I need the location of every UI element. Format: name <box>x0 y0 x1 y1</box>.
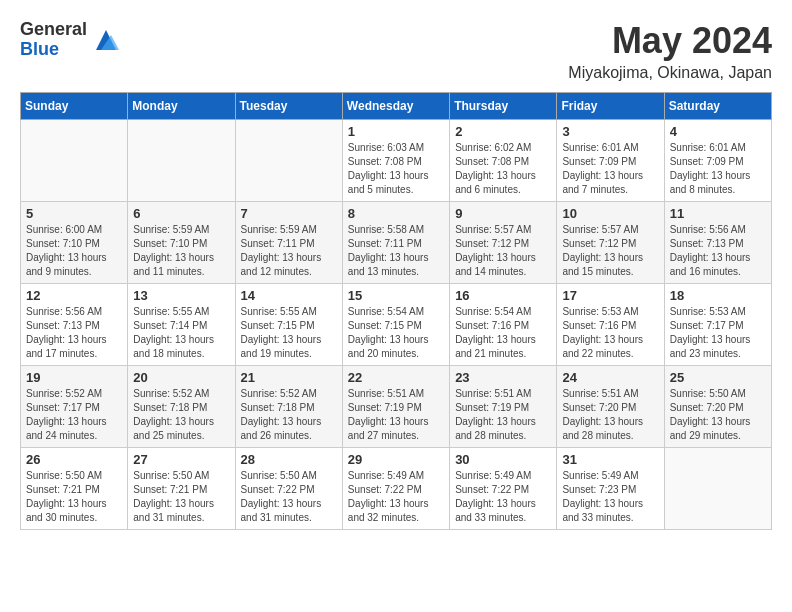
day-info: Sunrise: 5:54 AM Sunset: 7:15 PM Dayligh… <box>348 305 444 361</box>
day-info: Sunrise: 5:52 AM Sunset: 7:18 PM Dayligh… <box>133 387 229 443</box>
calendar-cell: 20Sunrise: 5:52 AM Sunset: 7:18 PM Dayli… <box>128 366 235 448</box>
calendar-week-row: 1Sunrise: 6:03 AM Sunset: 7:08 PM Daylig… <box>21 120 772 202</box>
day-info: Sunrise: 5:50 AM Sunset: 7:20 PM Dayligh… <box>670 387 766 443</box>
calendar-cell: 15Sunrise: 5:54 AM Sunset: 7:15 PM Dayli… <box>342 284 449 366</box>
header-row: SundayMondayTuesdayWednesdayThursdayFrid… <box>21 93 772 120</box>
day-info: Sunrise: 5:56 AM Sunset: 7:13 PM Dayligh… <box>26 305 122 361</box>
day-info: Sunrise: 5:54 AM Sunset: 7:16 PM Dayligh… <box>455 305 551 361</box>
day-info: Sunrise: 6:01 AM Sunset: 7:09 PM Dayligh… <box>562 141 658 197</box>
day-info: Sunrise: 5:51 AM Sunset: 7:19 PM Dayligh… <box>455 387 551 443</box>
day-info: Sunrise: 5:57 AM Sunset: 7:12 PM Dayligh… <box>455 223 551 279</box>
calendar-week-row: 26Sunrise: 5:50 AM Sunset: 7:21 PM Dayli… <box>21 448 772 530</box>
day-number: 1 <box>348 124 444 139</box>
calendar-cell: 8Sunrise: 5:58 AM Sunset: 7:11 PM Daylig… <box>342 202 449 284</box>
calendar-cell: 23Sunrise: 5:51 AM Sunset: 7:19 PM Dayli… <box>450 366 557 448</box>
day-info: Sunrise: 5:56 AM Sunset: 7:13 PM Dayligh… <box>670 223 766 279</box>
calendar-cell: 1Sunrise: 6:03 AM Sunset: 7:08 PM Daylig… <box>342 120 449 202</box>
day-info: Sunrise: 5:53 AM Sunset: 7:17 PM Dayligh… <box>670 305 766 361</box>
day-number: 31 <box>562 452 658 467</box>
calendar-cell: 16Sunrise: 5:54 AM Sunset: 7:16 PM Dayli… <box>450 284 557 366</box>
day-info: Sunrise: 5:58 AM Sunset: 7:11 PM Dayligh… <box>348 223 444 279</box>
day-number: 3 <box>562 124 658 139</box>
day-number: 16 <box>455 288 551 303</box>
calendar-cell: 7Sunrise: 5:59 AM Sunset: 7:11 PM Daylig… <box>235 202 342 284</box>
day-number: 18 <box>670 288 766 303</box>
day-number: 23 <box>455 370 551 385</box>
calendar-cell: 13Sunrise: 5:55 AM Sunset: 7:14 PM Dayli… <box>128 284 235 366</box>
day-info: Sunrise: 6:02 AM Sunset: 7:08 PM Dayligh… <box>455 141 551 197</box>
calendar-cell: 12Sunrise: 5:56 AM Sunset: 7:13 PM Dayli… <box>21 284 128 366</box>
calendar-cell: 24Sunrise: 5:51 AM Sunset: 7:20 PM Dayli… <box>557 366 664 448</box>
calendar-cell: 30Sunrise: 5:49 AM Sunset: 7:22 PM Dayli… <box>450 448 557 530</box>
logo-blue: Blue <box>20 40 87 60</box>
day-of-week-header: Saturday <box>664 93 771 120</box>
day-info: Sunrise: 5:52 AM Sunset: 7:17 PM Dayligh… <box>26 387 122 443</box>
day-number: 24 <box>562 370 658 385</box>
calendar-cell: 17Sunrise: 5:53 AM Sunset: 7:16 PM Dayli… <box>557 284 664 366</box>
day-number: 26 <box>26 452 122 467</box>
day-of-week-header: Sunday <box>21 93 128 120</box>
day-info: Sunrise: 6:03 AM Sunset: 7:08 PM Dayligh… <box>348 141 444 197</box>
logo-general: General <box>20 20 87 40</box>
month-year: May 2024 <box>568 20 772 62</box>
calendar-cell: 6Sunrise: 5:59 AM Sunset: 7:10 PM Daylig… <box>128 202 235 284</box>
day-number: 17 <box>562 288 658 303</box>
day-info: Sunrise: 5:53 AM Sunset: 7:16 PM Dayligh… <box>562 305 658 361</box>
day-of-week-header: Tuesday <box>235 93 342 120</box>
day-number: 19 <box>26 370 122 385</box>
day-info: Sunrise: 5:55 AM Sunset: 7:15 PM Dayligh… <box>241 305 337 361</box>
day-number: 14 <box>241 288 337 303</box>
calendar-cell: 19Sunrise: 5:52 AM Sunset: 7:17 PM Dayli… <box>21 366 128 448</box>
calendar-cell: 4Sunrise: 6:01 AM Sunset: 7:09 PM Daylig… <box>664 120 771 202</box>
calendar-cell: 28Sunrise: 5:50 AM Sunset: 7:22 PM Dayli… <box>235 448 342 530</box>
calendar-cell: 31Sunrise: 5:49 AM Sunset: 7:23 PM Dayli… <box>557 448 664 530</box>
day-info: Sunrise: 5:51 AM Sunset: 7:20 PM Dayligh… <box>562 387 658 443</box>
calendar-cell: 25Sunrise: 5:50 AM Sunset: 7:20 PM Dayli… <box>664 366 771 448</box>
day-of-week-header: Monday <box>128 93 235 120</box>
day-number: 10 <box>562 206 658 221</box>
calendar-cell: 27Sunrise: 5:50 AM Sunset: 7:21 PM Dayli… <box>128 448 235 530</box>
day-number: 22 <box>348 370 444 385</box>
calendar-cell <box>128 120 235 202</box>
day-number: 9 <box>455 206 551 221</box>
location: Miyakojima, Okinawa, Japan <box>568 64 772 82</box>
day-number: 11 <box>670 206 766 221</box>
day-info: Sunrise: 5:59 AM Sunset: 7:11 PM Dayligh… <box>241 223 337 279</box>
day-info: Sunrise: 5:49 AM Sunset: 7:22 PM Dayligh… <box>348 469 444 525</box>
calendar-table: SundayMondayTuesdayWednesdayThursdayFrid… <box>20 92 772 530</box>
day-info: Sunrise: 5:50 AM Sunset: 7:21 PM Dayligh… <box>26 469 122 525</box>
day-of-week-header: Thursday <box>450 93 557 120</box>
day-number: 21 <box>241 370 337 385</box>
calendar-week-row: 19Sunrise: 5:52 AM Sunset: 7:17 PM Dayli… <box>21 366 772 448</box>
calendar-cell: 29Sunrise: 5:49 AM Sunset: 7:22 PM Dayli… <box>342 448 449 530</box>
day-number: 12 <box>26 288 122 303</box>
day-number: 8 <box>348 206 444 221</box>
day-info: Sunrise: 5:51 AM Sunset: 7:19 PM Dayligh… <box>348 387 444 443</box>
calendar-week-row: 12Sunrise: 5:56 AM Sunset: 7:13 PM Dayli… <box>21 284 772 366</box>
day-number: 13 <box>133 288 229 303</box>
calendar-week-row: 5Sunrise: 6:00 AM Sunset: 7:10 PM Daylig… <box>21 202 772 284</box>
calendar-cell: 9Sunrise: 5:57 AM Sunset: 7:12 PM Daylig… <box>450 202 557 284</box>
calendar-cell: 2Sunrise: 6:02 AM Sunset: 7:08 PM Daylig… <box>450 120 557 202</box>
calendar-cell: 14Sunrise: 5:55 AM Sunset: 7:15 PM Dayli… <box>235 284 342 366</box>
calendar-cell: 10Sunrise: 5:57 AM Sunset: 7:12 PM Dayli… <box>557 202 664 284</box>
day-number: 27 <box>133 452 229 467</box>
calendar-cell: 3Sunrise: 6:01 AM Sunset: 7:09 PM Daylig… <box>557 120 664 202</box>
day-number: 6 <box>133 206 229 221</box>
day-info: Sunrise: 6:00 AM Sunset: 7:10 PM Dayligh… <box>26 223 122 279</box>
day-of-week-header: Wednesday <box>342 93 449 120</box>
day-number: 15 <box>348 288 444 303</box>
day-number: 30 <box>455 452 551 467</box>
calendar-cell: 11Sunrise: 5:56 AM Sunset: 7:13 PM Dayli… <box>664 202 771 284</box>
day-info: Sunrise: 5:55 AM Sunset: 7:14 PM Dayligh… <box>133 305 229 361</box>
day-number: 29 <box>348 452 444 467</box>
day-number: 4 <box>670 124 766 139</box>
day-info: Sunrise: 5:52 AM Sunset: 7:18 PM Dayligh… <box>241 387 337 443</box>
logo: General Blue <box>20 20 121 60</box>
day-number: 2 <box>455 124 551 139</box>
page-header: General Blue May 2024 Miyakojima, Okinaw… <box>20 20 772 82</box>
day-number: 25 <box>670 370 766 385</box>
day-number: 5 <box>26 206 122 221</box>
title-block: May 2024 Miyakojima, Okinawa, Japan <box>568 20 772 82</box>
day-info: Sunrise: 6:01 AM Sunset: 7:09 PM Dayligh… <box>670 141 766 197</box>
